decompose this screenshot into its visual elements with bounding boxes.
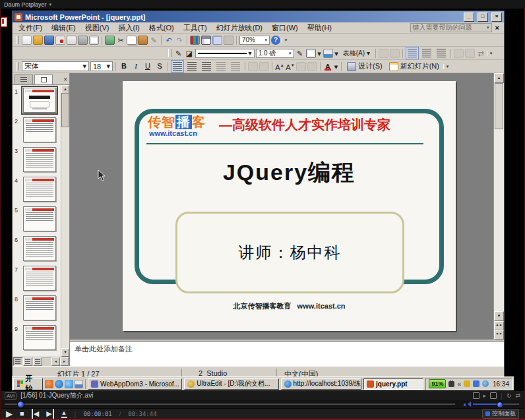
font-size-select[interactable]: 18 ▾ xyxy=(90,61,113,71)
menu-window[interactable]: 窗口(W) xyxy=(267,23,303,33)
insert-table-icon[interactable] xyxy=(201,36,211,45)
tab-slides[interactable] xyxy=(34,75,53,84)
print-icon[interactable] xyxy=(78,36,88,45)
toolbar-grip[interactable] xyxy=(16,36,19,44)
previous-slide-button[interactable]: ▲▲ xyxy=(494,321,504,330)
align-top-icon[interactable] xyxy=(406,47,419,59)
play-button[interactable]: ▶ xyxy=(6,409,13,419)
volume-knob[interactable] xyxy=(497,402,503,408)
maximize-button[interactable]: □ xyxy=(478,13,488,22)
split-cells-icon[interactable] xyxy=(390,49,400,58)
ab-repeat-b-icon[interactable] xyxy=(490,392,497,399)
open-file-button[interactable]: ▲ xyxy=(61,409,67,418)
slideshow-view-button[interactable] xyxy=(33,357,42,366)
tray-icon-2[interactable] xyxy=(473,380,479,387)
scroll-down-icon[interactable]: ▼ xyxy=(494,311,504,321)
border-style-select[interactable]: ▾ xyxy=(195,49,255,58)
font-color-icon[interactable]: A xyxy=(323,63,332,71)
align-bottom-icon[interactable] xyxy=(435,47,448,59)
scroll-right-icon[interactable]: ▸ xyxy=(60,357,69,366)
taskbar-item-powerpoint[interactable]: jquery.ppt xyxy=(363,378,423,390)
slide-title[interactable]: JQuery编程 xyxy=(123,158,456,188)
taskbar-item-ultraedit[interactable]: UltraEdit - [D:\我的文档... xyxy=(184,378,278,390)
slide-thumbnail[interactable]: 3 xyxy=(23,147,60,172)
tables-borders-toggle-icon[interactable] xyxy=(212,36,222,45)
new-slide-button[interactable]: 新幻灯片(N) xyxy=(386,61,442,71)
ppt-titlebar[interactable]: Microsoft PowerPoint - [jquery.ppt] _ □ … xyxy=(13,11,504,22)
format-painter-icon[interactable]: ✎ xyxy=(149,36,158,45)
merge-cells-icon[interactable] xyxy=(379,49,388,58)
collapse-tray-icon[interactable]: « xyxy=(457,380,461,388)
bold-button[interactable]: B xyxy=(119,61,129,71)
table-menu-button[interactable]: 表格(A) ▾ xyxy=(340,48,373,58)
panel-close-icon[interactable]: × xyxy=(63,75,67,84)
email-icon[interactable] xyxy=(67,36,77,45)
slide-canvas[interactable]: 传智播客 www.itcast.cn —高级软件人才实作培训专家 JQuery编… xyxy=(123,81,456,331)
ab-repeat-a-icon[interactable] xyxy=(473,392,479,399)
scroll-down-icon[interactable]: ▼ xyxy=(61,348,69,357)
research-icon[interactable] xyxy=(105,36,115,45)
battery-indicator[interactable]: 91% xyxy=(429,379,446,388)
permission-icon[interactable] xyxy=(55,36,65,45)
help-question-input[interactable]: 键入需要帮助的问题 ▾ xyxy=(410,23,492,32)
menu-tools[interactable]: 工具(T) xyxy=(179,23,212,33)
player-menu-arrow-icon[interactable]: ▾ xyxy=(49,2,52,7)
notes-pane[interactable]: 单击此处添加备注 xyxy=(70,340,504,366)
scrollbar-thumb[interactable] xyxy=(61,93,69,127)
distribute-columns-icon[interactable] xyxy=(465,49,475,58)
decrease-indent-icon[interactable] xyxy=(296,62,306,71)
rotate-text-icon[interactable]: ⇄ xyxy=(476,49,485,58)
eraser-icon[interactable]: ◪ xyxy=(185,49,194,58)
messenger-icon[interactable] xyxy=(65,380,73,388)
slide-scrollbar[interactable]: ▲ ▼ ▲▲ ▼▼ xyxy=(493,73,504,340)
border-width-select[interactable]: 1.0 磅 ▾ xyxy=(256,49,294,58)
slide-thumbnail[interactable]: 5 xyxy=(23,206,60,231)
toolbar-grip[interactable] xyxy=(16,62,19,71)
media-player-icon[interactable] xyxy=(45,380,53,388)
minimize-button[interactable]: _ xyxy=(464,13,474,22)
design-button[interactable]: 设计(S) xyxy=(344,61,385,71)
distribute-rows-icon[interactable] xyxy=(454,49,464,58)
panel-scrollbar[interactable]: ▲ ▼ xyxy=(61,85,69,357)
numbering-icon[interactable] xyxy=(248,62,258,71)
toolbar-options-icon[interactable]: ▾ xyxy=(443,64,451,69)
seek-bar[interactable] xyxy=(5,404,455,405)
menu-format[interactable]: 格式(O) xyxy=(144,23,179,33)
menubar-close-icon[interactable]: × xyxy=(492,24,503,32)
underline-button[interactable]: U xyxy=(142,61,153,71)
tray-icon-3[interactable] xyxy=(482,380,489,387)
undo-icon[interactable]: ↶ xyxy=(164,36,173,45)
fullscreen-icon[interactable]: ⇄ xyxy=(515,392,520,399)
taskbar-item-browser[interactable]: http://localhost:1039/练... xyxy=(281,378,361,390)
scrollbar-thumb[interactable] xyxy=(495,83,503,129)
slide-workspace[interactable]: 传智播客 www.itcast.cn —高级软件人才实作培训专家 JQuery编… xyxy=(70,73,504,340)
cut-icon[interactable]: ✂ xyxy=(116,36,125,45)
repeat-icon[interactable]: ↻ xyxy=(507,392,512,399)
chevron-down-icon[interactable]: ▾ xyxy=(334,62,338,71)
paste-icon[interactable] xyxy=(138,36,148,45)
video-area[interactable]: Microsoft PowerPoint - [jquery.ppt] _ □ … xyxy=(0,9,525,390)
increase-indent-icon[interactable] xyxy=(307,62,317,71)
power-plug-icon[interactable] xyxy=(448,381,454,387)
slide-tagline[interactable]: —高级软件人才实作培训专家 xyxy=(219,116,390,134)
italic-button[interactable]: I xyxy=(131,61,141,71)
slide-thumbnail[interactable]: 2 xyxy=(23,117,60,142)
next-button[interactable]: ▶ xyxy=(46,409,53,419)
toolbar-options-icon[interactable]: ▾ xyxy=(282,38,290,43)
next-slide-button[interactable]: ▼▼ xyxy=(494,330,504,340)
zoom-select[interactable]: 70% ▾ xyxy=(239,36,270,45)
redo-icon[interactable]: ↷ xyxy=(175,36,184,45)
menu-view[interactable]: 视图(V) xyxy=(80,23,114,33)
slide-thumbnail[interactable]: 1 xyxy=(23,88,60,113)
speaker-icon[interactable] xyxy=(464,402,470,407)
stop-button[interactable]: ■ xyxy=(20,409,24,419)
line-spacing-icon[interactable] xyxy=(229,60,242,73)
lecturer-box[interactable]: 讲师：杨中科 xyxy=(175,212,404,293)
tab-outline[interactable] xyxy=(15,75,33,84)
shadow-button[interactable]: S xyxy=(154,61,165,71)
fill-color-icon[interactable] xyxy=(323,49,333,58)
internet-explorer-icon[interactable] xyxy=(55,380,63,388)
slide-thumbnail[interactable]: 8 xyxy=(23,295,60,320)
help-icon[interactable]: ? xyxy=(271,36,280,45)
tray-icon-1[interactable] xyxy=(464,380,470,387)
